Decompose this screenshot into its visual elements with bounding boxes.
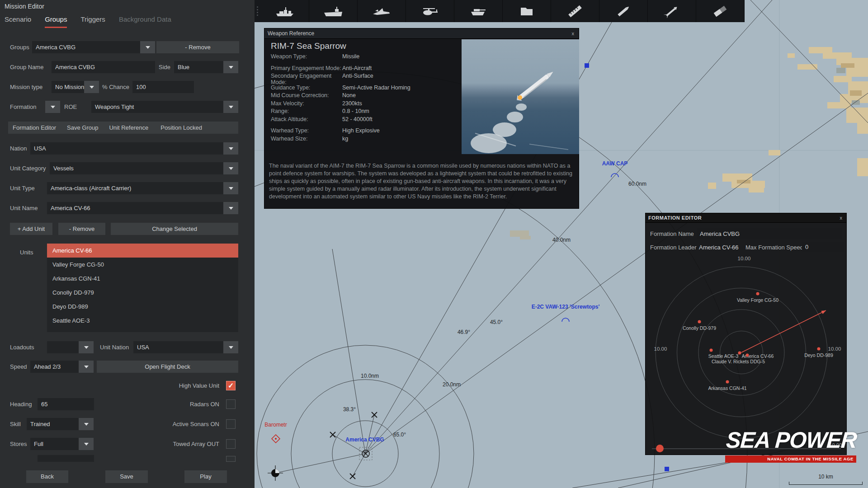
heading-input[interactable] [38, 398, 94, 410]
change-selected-button[interactable]: Change Selected [111, 223, 238, 235]
skill-dropdown-button[interactable] [79, 418, 94, 430]
chevron-down-icon[interactable] [223, 182, 238, 194]
skill-label: Skill [10, 418, 21, 430]
toolbar-helicopter-button[interactable] [406, 0, 454, 22]
save-group-button[interactable]: Save Group [67, 124, 98, 131]
group-name-input[interactable] [52, 61, 155, 73]
tab-scenario[interactable]: Scenario [5, 15, 31, 28]
folder-icon [517, 5, 537, 18]
formation-unit-dot[interactable] [817, 347, 821, 351]
loadouts-dropdown[interactable] [47, 341, 79, 353]
weapon-reference-titlebar[interactable]: Weapon Reference x [264, 28, 579, 39]
radars-on-checkbox[interactable] [226, 399, 236, 409]
chevron-down-icon[interactable] [223, 101, 238, 113]
chevron-down-icon[interactable] [223, 61, 238, 73]
station-label-e2c[interactable]: E-2C VAW-123 'Screwtops' [532, 304, 600, 310]
waypoint-marker[interactable] [268, 465, 283, 481]
unit-name-label: Unit Name [10, 202, 38, 214]
back-button[interactable]: Back [26, 470, 68, 483]
formation-editor-titlebar[interactable]: FORMATION EDITOR x [646, 213, 846, 223]
open-flight-deck-button[interactable]: Open Flight Deck [97, 361, 238, 373]
formation-dropdown-button[interactable] [45, 101, 60, 113]
toolbar-grip[interactable] [255, 0, 261, 22]
heading-row: Heading Radars ON [0, 398, 255, 410]
active-sonars-checkbox[interactable] [226, 419, 236, 429]
unit-category-dropdown[interactable]: Vessels [50, 162, 238, 174]
unit-reference-button[interactable]: Unit Reference [109, 124, 148, 131]
roe-dropdown[interactable]: Weapons Tight [91, 101, 238, 113]
america-cvbg-symbol[interactable] [359, 447, 372, 460]
barometr-contact-symbol[interactable] [272, 435, 280, 443]
open-formation-editor-button[interactable]: Formation Editor [13, 124, 56, 131]
formation-unit-dot[interactable] [738, 352, 741, 355]
unit-list-item[interactable]: Arkansas CGN-41 [47, 272, 238, 286]
speed-dropdown[interactable]: Ahead 2/3 [30, 361, 79, 373]
formation-unit-dot[interactable] [746, 354, 749, 357]
friendly-surface-square-north[interactable] [585, 63, 589, 68]
save-button[interactable]: Save [105, 470, 148, 483]
unit-name-dropdown[interactable]: America CV-66 [47, 202, 238, 214]
speed-dropdown-button[interactable] [79, 361, 94, 373]
close-icon[interactable]: x [839, 215, 844, 221]
formation-unit-dot[interactable] [756, 292, 760, 296]
contact-label-barometr[interactable]: Barometr [264, 422, 287, 428]
play-button[interactable]: Play [184, 470, 227, 483]
chevron-down-icon[interactable] [223, 202, 238, 214]
unit-nation-dropdown[interactable]: USA [133, 341, 238, 353]
unit-category-row: Unit Category Vessels [0, 162, 255, 174]
remove-group-button[interactable]: - Remove [156, 41, 239, 53]
chevron-down-icon[interactable] [223, 341, 238, 353]
toolbar-carrier-button[interactable] [309, 0, 358, 22]
unit-list-item[interactable]: Valley Forge CG-50 [47, 258, 238, 272]
side-dropdown[interactable]: Blue [174, 61, 238, 73]
toolbar-eraser-button[interactable] [696, 0, 745, 22]
station-label-aaw-cap[interactable]: AAW CAP [602, 160, 628, 167]
stat-row: Warhead Type:High Explosive [271, 127, 458, 136]
group-label-america-cvbg[interactable]: America CVBG [345, 436, 384, 443]
stores-dropdown-button[interactable] [79, 438, 94, 450]
toolbar-destroyer-button[interactable] [261, 0, 309, 22]
unit-list-item[interactable]: Conolly DD-979 [47, 286, 238, 300]
unit-list-item[interactable]: Seattle AOE-3 [47, 314, 238, 328]
tab-background-data[interactable]: Background Data [119, 15, 171, 28]
chevron-down-icon[interactable] [223, 142, 238, 155]
toolbar-pencil-button[interactable] [599, 0, 648, 22]
loadouts-dropdown-button[interactable] [79, 341, 94, 353]
position-locked-toggle[interactable]: Position Locked [160, 124, 202, 131]
formation-unit-dot[interactable] [698, 320, 701, 324]
toolbar-missile-button[interactable] [648, 0, 696, 22]
unit-type-dropdown[interactable]: America-class (Aircraft Carrier) [47, 182, 238, 194]
tab-groups[interactable]: Groups [45, 15, 67, 28]
unit-list-item[interactable]: America CV-66 [47, 244, 238, 258]
nation-dropdown[interactable]: USA [30, 142, 238, 155]
toolbar-tank-button[interactable] [454, 0, 503, 22]
close-icon[interactable]: x [571, 31, 576, 36]
skill-dropdown[interactable]: Trained [27, 418, 79, 430]
mission-type-dropdown[interactable]: No Mission [52, 81, 84, 93]
group-select-dropdown-button[interactable] [140, 41, 155, 53]
toolbar-aircraft-button[interactable] [358, 0, 406, 22]
unit-list-item[interactable]: Claude V. Rickets DDG-5 [47, 328, 238, 332]
formation-scale-slider-knob[interactable] [656, 445, 664, 452]
tab-triggers[interactable]: Triggers [80, 15, 105, 28]
toolbar-ruler-button[interactable] [551, 0, 599, 22]
formation-unit-dot[interactable] [710, 349, 713, 352]
chance-input[interactable] [132, 81, 194, 93]
chevron-down-icon[interactable] [223, 162, 238, 174]
stores-dropdown[interactable]: Full [30, 438, 79, 450]
formation-name-input[interactable] [697, 228, 842, 239]
island-shoal [510, 230, 531, 239]
towed-array-checkbox[interactable] [226, 439, 236, 449]
friendly-surface-square-south[interactable] [665, 467, 669, 471]
formation-leader-value[interactable]: America CV-66 [699, 244, 738, 251]
formation-unit-dot[interactable] [726, 380, 729, 384]
remove-unit-button[interactable]: - Remove [58, 223, 105, 235]
max-formation-speed-input[interactable] [802, 242, 844, 252]
unit-list-item[interactable]: Deyo DD-989 [47, 300, 238, 314]
add-unit-button[interactable]: + Add Unit [10, 223, 52, 235]
mission-type-dropdown-button[interactable] [84, 81, 99, 93]
e2c-air-symbol[interactable] [562, 318, 569, 322]
group-select-input[interactable] [32, 41, 140, 53]
toolbar-folder-button[interactable] [503, 0, 551, 22]
high-value-unit-checkbox[interactable] [226, 381, 236, 390]
